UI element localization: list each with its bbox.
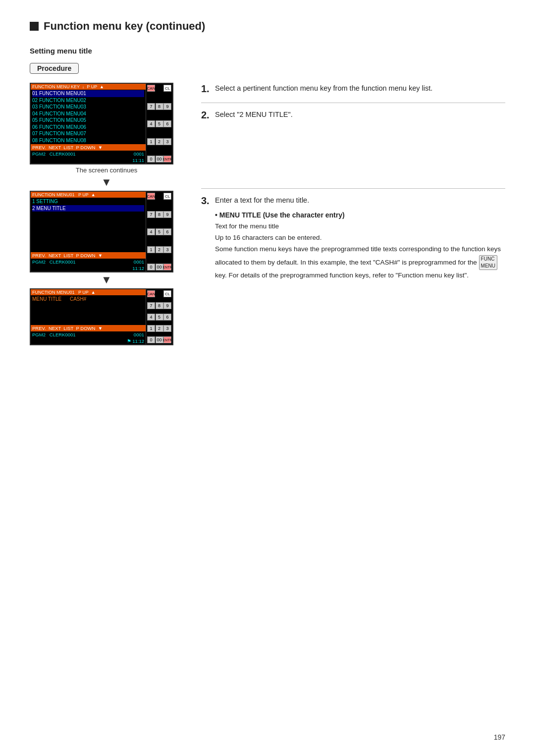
key-7b[interactable]: 7 bbox=[147, 211, 155, 218]
screen-3-header: FUNCTION MENU01 P UP ▲ bbox=[31, 289, 146, 295]
key-8c[interactable]: 8 bbox=[156, 302, 163, 309]
screen-2-footer: PREV. NEXT LIST P DOWN ▼ bbox=[31, 252, 146, 259]
key-9[interactable]: 9 bbox=[163, 103, 171, 110]
key-7c[interactable]: 7 bbox=[147, 302, 155, 309]
screen-1-line-4: 04 FUNCTION MENU04 bbox=[32, 110, 144, 117]
steps-column: 1. Select a pertinent function menu key … bbox=[201, 83, 505, 281]
step-3-content: Enter a text for the menu title. • MENU … bbox=[215, 195, 505, 281]
screen-1: FUNCTION MENU KEY ↓ P UP ▲ 01 FUNCTION M… bbox=[30, 83, 173, 164]
screen-3-header-text: FUNCTION MENU01 P UP ▲ bbox=[32, 290, 96, 295]
screen-1-left: FUNCTION MENU KEY ↓ P UP ▲ 01 FUNCTION M… bbox=[31, 84, 146, 163]
screen-2-pgm: PGM2 CLERK0001 bbox=[32, 259, 76, 265]
cl-key-3[interactable]: CL bbox=[163, 290, 171, 297]
key-0c[interactable]: 0 bbox=[147, 336, 155, 343]
screen-2-left: FUNCTION MENU01 P UP ▲ 1 SETTING 2 MENU … bbox=[31, 192, 146, 271]
page-title: Function menu key (continued) bbox=[30, 20, 505, 33]
screen-1-time: 11:11 bbox=[132, 158, 144, 163]
screen-1-numpad: CAN CL 7 8 9 4 5 6 1 2 3 bbox=[146, 84, 172, 163]
key-2c[interactable]: 2 bbox=[156, 325, 163, 332]
key-5c[interactable]: 5 bbox=[156, 314, 163, 321]
step-3-number: 3. bbox=[201, 195, 215, 207]
cl-key-2[interactable]: CL bbox=[163, 193, 171, 200]
screen-2-status: PGM2 CLERK0001 0001 bbox=[31, 259, 146, 265]
key-1c[interactable]: 1 bbox=[147, 325, 155, 332]
key-1[interactable]: 1 bbox=[147, 138, 155, 145]
section-subtitle: Setting menu title bbox=[30, 47, 505, 55]
key-0[interactable]: 0 bbox=[147, 156, 155, 162]
key-5[interactable]: 5 bbox=[156, 120, 163, 127]
can-key[interactable]: CAN bbox=[147, 85, 155, 92]
screen-1-line-5: 05 FUNCTION MENU05 bbox=[32, 117, 144, 124]
screen-1-content: 01 FUNCTION MENU01 02 FUNCTION MENU02 03… bbox=[31, 90, 146, 144]
key-6c[interactable]: 6 bbox=[163, 314, 171, 321]
key-4c[interactable]: 4 bbox=[147, 314, 155, 321]
screen-2-num: 0001 bbox=[134, 259, 144, 265]
screen-1-line-1: 01 FUNCTION MENU01 bbox=[32, 90, 144, 97]
step-1-number: 1. bbox=[201, 83, 215, 95]
key-00[interactable]: 00 bbox=[156, 156, 163, 162]
key-8b[interactable]: 8 bbox=[156, 211, 163, 218]
key-9c[interactable]: 9 bbox=[163, 302, 171, 309]
screen-2-line-7 bbox=[32, 238, 144, 245]
screen-3: FUNCTION MENU01 P UP ▲ MENU TITLE CASH# … bbox=[30, 288, 173, 345]
screen-1-time-row: 11:11 bbox=[31, 157, 146, 163]
screen-2-line-2: 2 MENU TITLE bbox=[32, 205, 144, 212]
title-square-icon bbox=[30, 22, 39, 31]
entr-key[interactable]: ENTR bbox=[163, 156, 171, 162]
spacer bbox=[201, 129, 505, 188]
key-2b[interactable]: 2 bbox=[156, 246, 163, 253]
screen-1-line-3: 03 FUNCTION MENU03 bbox=[32, 104, 144, 110]
step-3-bullet-title: • MENU TITLE (Use the character entry) bbox=[215, 211, 505, 219]
step-2-text: Select "2 MENU TITLE". bbox=[215, 109, 293, 120]
screen-3-num: 0001 bbox=[134, 332, 144, 337]
title-text: Function menu key (continued) bbox=[44, 20, 205, 33]
key-00c[interactable]: 00 bbox=[156, 336, 163, 343]
screen-1-footer-text: PREV. NEXT LIST P DOWN ▼ bbox=[32, 145, 103, 150]
key-00b[interactable]: 00 bbox=[156, 264, 163, 270]
key-1b[interactable]: 1 bbox=[147, 246, 155, 253]
entr-key-3[interactable]: ENTR bbox=[163, 336, 171, 343]
key-7[interactable]: 7 bbox=[147, 103, 155, 110]
screen-1-line-7: 07 FUNCTION MENU07 bbox=[32, 130, 144, 137]
step-3-bullet-line-3: Some function menu keys have the preprog… bbox=[215, 244, 505, 281]
key-2[interactable]: 2 bbox=[156, 138, 163, 145]
screen-1-line-6: 06 FUNCTION MENU06 bbox=[32, 124, 144, 131]
key-6[interactable]: 6 bbox=[163, 120, 171, 127]
cl-key[interactable]: CL bbox=[163, 85, 171, 92]
screen-2-numpad: CAN CL 7 8 9 4 5 6 1 2 3 bbox=[146, 192, 172, 271]
screen-1-footer: PREV. NEXT LIST P DOWN ▼ bbox=[31, 144, 146, 151]
key-3[interactable]: 3 bbox=[163, 138, 171, 145]
screen-2-footer-text: PREV. NEXT LIST P DOWN ▼ bbox=[32, 253, 103, 258]
key-4[interactable]: 4 bbox=[147, 120, 155, 127]
screen-1-header-text: FUNCTION MENU KEY ↓ P UP ▲ bbox=[32, 84, 104, 89]
down-arrow-1: ▼ bbox=[30, 177, 183, 188]
step-3-row: 3. Enter a text for the menu title. • ME… bbox=[201, 195, 505, 281]
entr-key-2[interactable]: ENTR bbox=[163, 264, 171, 270]
step-2-number: 2. bbox=[201, 109, 215, 121]
screen-3-numpad: CAN CL 7 8 9 4 5 6 1 2 3 bbox=[146, 289, 172, 344]
screen-1-line-8: 08 FUNCTION MENU08 bbox=[32, 137, 144, 144]
page-number: 197 bbox=[494, 733, 505, 741]
key-4b[interactable]: 4 bbox=[147, 228, 155, 235]
step-divider-2 bbox=[201, 188, 505, 189]
screen-2-line-1: 1 SETTING bbox=[32, 198, 144, 205]
can-key-3[interactable]: CAN bbox=[147, 290, 155, 297]
key-6b[interactable]: 6 bbox=[163, 228, 171, 235]
key-0b[interactable]: 0 bbox=[147, 264, 155, 270]
key-3c[interactable]: 3 bbox=[163, 325, 171, 332]
screen-2-header: FUNCTION MENU01 P UP ▲ bbox=[31, 192, 146, 198]
key-3b[interactable]: 3 bbox=[163, 246, 171, 253]
screen-2-line-8 bbox=[32, 245, 144, 252]
key-9b[interactable]: 9 bbox=[163, 211, 171, 218]
screen-3-time: ⚑ 11:12 bbox=[127, 338, 144, 344]
screen-2-time: 11:12 bbox=[132, 266, 144, 271]
step-3-text: Enter a text for the menu title. bbox=[215, 195, 505, 206]
screen-2-header-text: FUNCTION MENU01 P UP ▲ bbox=[32, 192, 96, 197]
screen-1-status: PGM2 CLERK0001 0001 bbox=[31, 151, 146, 157]
screen-2: FUNCTION MENU01 P UP ▲ 1 SETTING 2 MENU … bbox=[30, 191, 173, 272]
key-8[interactable]: 8 bbox=[156, 103, 163, 110]
screen-3-left: FUNCTION MENU01 P UP ▲ MENU TITLE CASH# … bbox=[31, 289, 146, 344]
key-5b[interactable]: 5 bbox=[156, 228, 163, 235]
screen-caption: The screen continues bbox=[30, 166, 183, 174]
can-key-2[interactable]: CAN bbox=[147, 193, 155, 200]
